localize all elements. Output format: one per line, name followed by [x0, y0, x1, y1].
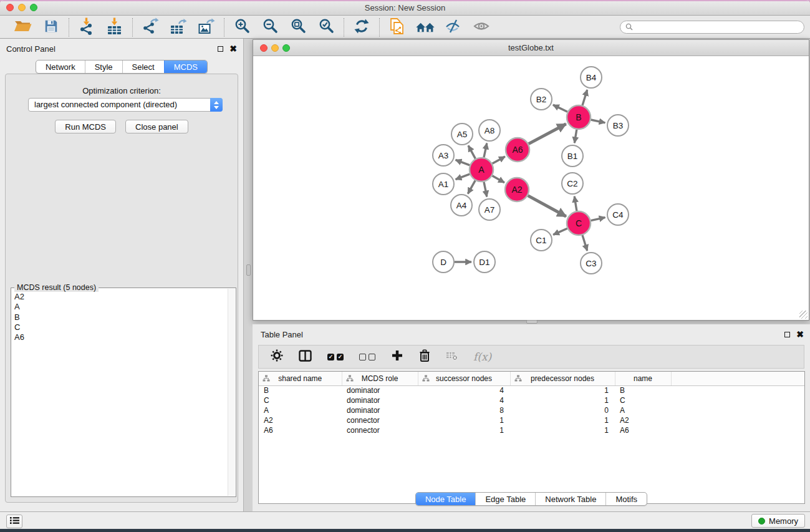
zoom-fit-button[interactable]: [288, 17, 308, 37]
table-row[interactable]: A2connector11A2: [259, 415, 804, 425]
cell-name[interactable]: B: [615, 385, 671, 395]
horizontal-splitter-handle[interactable]: [526, 320, 538, 324]
column-header-MCDS-role[interactable]: MCDS role: [342, 372, 418, 385]
search-input[interactable]: [636, 22, 799, 32]
hide-selected-button[interactable]: [443, 17, 463, 37]
cell-MCDS-role[interactable]: connector: [342, 425, 418, 435]
result-scrollbar[interactable]: [228, 289, 235, 496]
memory-button[interactable]: Memory: [751, 514, 805, 528]
delete-table-button[interactable]: [446, 351, 458, 363]
cell-MCDS-role[interactable]: dominator: [342, 395, 418, 405]
run-mcds-button[interactable]: Run MCDS: [55, 120, 116, 133]
tab-motifs[interactable]: Motifs: [605, 493, 647, 505]
search-field[interactable]: [620, 21, 804, 34]
network-window-titlebar[interactable]: testGlobe.txt: [253, 40, 809, 56]
cell-name[interactable]: A6: [615, 425, 671, 435]
cell-successor-nodes[interactable]: 4: [418, 385, 510, 395]
export-network-button[interactable]: [140, 17, 160, 37]
cell-successor-nodes[interactable]: 4: [418, 395, 510, 405]
zoom-in-button[interactable]: [232, 17, 252, 37]
cell-MCDS-role[interactable]: dominator: [342, 385, 418, 395]
edge-A-A3[interactable]: [456, 160, 470, 165]
vertical-splitter-handle[interactable]: [246, 264, 251, 276]
tab-network-table[interactable]: Network Table: [535, 493, 605, 505]
edge-A-A5[interactable]: [468, 145, 475, 158]
cell-MCDS-role[interactable]: connector: [342, 415, 418, 425]
cell-successor-nodes[interactable]: 1: [418, 415, 510, 425]
cell-name[interactable]: C: [615, 395, 671, 405]
tab-select[interactable]: Select: [122, 60, 164, 73]
houses-icon[interactable]: [415, 17, 435, 37]
cell-name[interactable]: A: [615, 405, 671, 415]
import-network-button[interactable]: [77, 17, 97, 37]
edge-B-B4[interactable]: [582, 90, 587, 105]
close-panel-icon[interactable]: ✖: [796, 331, 804, 338]
edge-B-B2[interactable]: [553, 105, 567, 112]
close-panel-icon[interactable]: ✖: [229, 45, 237, 52]
cell-shared-name[interactable]: B: [259, 385, 342, 395]
edge-A-A4[interactable]: [468, 180, 475, 193]
cell-MCDS-role[interactable]: dominator: [342, 405, 418, 415]
cell-shared-name[interactable]: C: [259, 395, 342, 405]
network-canvas[interactable]: AA1A2A3A4A5A6A7A8BB1B2B3B4CC1C2C3C4DD1: [253, 57, 809, 320]
edge-C-C1[interactable]: [553, 228, 567, 235]
column-header-successor-nodes[interactable]: successor nodes: [418, 372, 510, 385]
result-item[interactable]: C: [14, 322, 236, 332]
zoom-selected-button[interactable]: [316, 17, 336, 37]
cell-shared-name[interactable]: A6: [259, 425, 342, 435]
optimization-criterion-dropdown[interactable]: largest connected component (directed): [28, 98, 223, 112]
apply-layout-button[interactable]: [352, 17, 372, 37]
edge-A-A8[interactable]: [484, 143, 487, 158]
cell-successor-nodes[interactable]: 8: [418, 405, 510, 415]
cell-successor-nodes[interactable]: 1: [418, 425, 510, 435]
table-settings-button[interactable]: [271, 349, 283, 364]
close-panel-button[interactable]: Close panel: [125, 120, 188, 133]
cell-predecessor-nodes[interactable]: 0: [510, 405, 615, 415]
table-row[interactable]: A6connector11A6: [259, 425, 804, 435]
function-builder-button[interactable]: f(x): [473, 351, 491, 363]
edge-C-C2[interactable]: [574, 196, 577, 211]
table-row[interactable]: Adominator80A: [259, 405, 804, 415]
tab-edge-table[interactable]: Edge Table: [475, 493, 535, 505]
delete-column-button[interactable]: [419, 349, 430, 365]
add-column-button[interactable]: [391, 349, 403, 364]
table-row[interactable]: Cdominator41C: [259, 395, 804, 405]
result-item[interactable]: A: [14, 302, 236, 312]
tab-mcds[interactable]: MCDS: [164, 60, 207, 73]
export-table-button[interactable]: [168, 17, 188, 37]
edge-A-A1[interactable]: [456, 174, 470, 180]
show-all-button[interactable]: [471, 17, 491, 37]
edge-B-B3[interactable]: [591, 120, 605, 123]
tab-style[interactable]: Style: [85, 60, 122, 73]
cell-predecessor-nodes[interactable]: 1: [510, 415, 615, 425]
tab-node-table[interactable]: Node Table: [416, 493, 476, 505]
open-session-button[interactable]: [13, 17, 33, 37]
edge-B-B1[interactable]: [574, 130, 577, 143]
cell-predecessor-nodes[interactable]: 1: [510, 395, 615, 405]
edge-A-A6[interactable]: [493, 157, 505, 163]
result-item[interactable]: A2: [14, 292, 236, 302]
column-header-predecessor-nodes[interactable]: predecessor nodes: [510, 372, 615, 385]
column-header-shared-name[interactable]: shared name: [259, 372, 342, 385]
select-all-button[interactable]: ✓ ✓: [327, 354, 344, 360]
edge-A6-B[interactable]: [529, 124, 566, 144]
cell-shared-name[interactable]: A: [259, 405, 342, 415]
cell-name[interactable]: A2: [615, 415, 671, 425]
edge-A-A2[interactable]: [492, 176, 504, 183]
cell-shared-name[interactable]: A2: [259, 415, 342, 425]
zoom-out-button[interactable]: [260, 17, 280, 37]
edge-A2-C[interactable]: [528, 196, 566, 216]
edge-C-C3[interactable]: [582, 235, 587, 251]
network-list-button[interactable]: [6, 515, 22, 528]
node-table-container[interactable]: shared nameMCDS rolesuccessor nodesprede…: [258, 371, 805, 504]
column-header-name[interactable]: name: [615, 372, 671, 385]
edge-A-A7[interactable]: [484, 182, 487, 197]
cell-predecessor-nodes[interactable]: 1: [510, 425, 615, 435]
deselect-all-button[interactable]: [359, 354, 375, 360]
column-view-button[interactable]: [299, 350, 312, 364]
cell-predecessor-nodes[interactable]: 1: [510, 385, 615, 395]
import-table-button[interactable]: [105, 17, 125, 37]
tab-network[interactable]: Network: [36, 60, 85, 73]
float-panel-icon[interactable]: [784, 332, 790, 337]
result-item[interactable]: B: [14, 312, 236, 322]
